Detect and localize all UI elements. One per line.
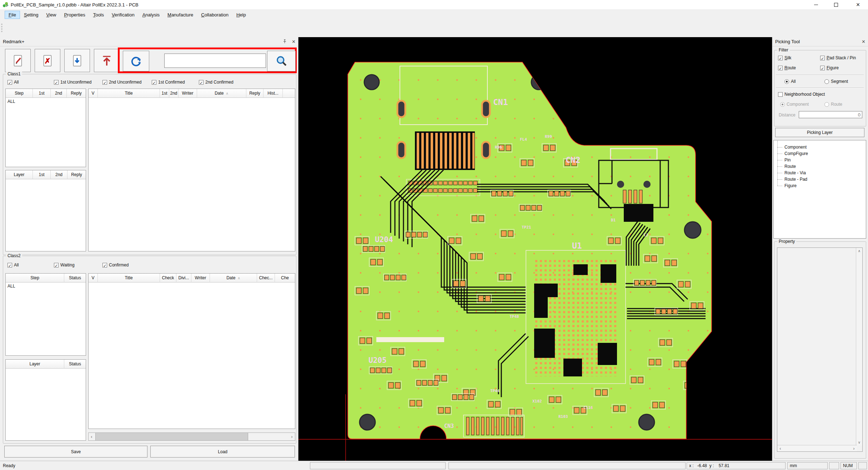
checkbox-icon[interactable] — [102, 263, 107, 268]
checkbox-icon[interactable] — [778, 66, 783, 70]
menu-setting[interactable]: Setting — [20, 11, 42, 19]
filter-silk[interactable]: Silk — [778, 55, 791, 60]
mode-all[interactable]: All — [784, 79, 796, 84]
menu-manufacture[interactable]: Manufacture — [164, 11, 197, 19]
tree-item-pin[interactable]: Pin — [777, 157, 866, 163]
save-button[interactable]: Save — [4, 446, 147, 458]
column-header[interactable]: Che — [275, 274, 295, 282]
class2-filter-waiting[interactable]: Waiting — [54, 262, 75, 268]
delete-redmark-button[interactable] — [35, 49, 60, 72]
column-header[interactable]: 2nd — [51, 170, 67, 179]
tree-item-route-via[interactable]: Route - Via — [777, 170, 866, 176]
column-header[interactable]: Chec... — [257, 274, 275, 282]
column-header[interactable]: Hist... — [264, 89, 283, 98]
tree-item-compfigure[interactable]: CompFigure — [777, 150, 866, 157]
class1-filter-2nd-unconfirmed[interactable]: 2nd Unconfirmed — [102, 80, 141, 85]
tree-item-component[interactable]: Component — [777, 144, 866, 150]
checkbox-icon[interactable] — [199, 80, 204, 85]
checkbox-icon[interactable] — [778, 56, 783, 60]
tree-item-figure[interactable]: Figure — [777, 182, 866, 189]
export-redmark-button[interactable] — [94, 49, 120, 72]
import-redmark-button[interactable] — [64, 49, 90, 72]
menu-view[interactable]: View — [42, 11, 60, 19]
scroll-left-icon[interactable] — [89, 433, 95, 440]
column-header[interactable]: V — [89, 274, 98, 282]
filter-padstack-pin[interactable]: Pad Stack / Pin — [820, 55, 856, 60]
scroll-right-icon[interactable] — [289, 433, 295, 440]
column-header[interactable]: 1st — [33, 89, 51, 98]
column-header[interactable]: V — [89, 89, 98, 98]
search-button[interactable] — [267, 51, 296, 71]
load-button[interactable]: Load — [150, 446, 295, 458]
menu-tools[interactable]: Tools — [90, 11, 107, 19]
horizontal-scrollbar[interactable] — [777, 445, 857, 451]
column-header[interactable]: Reply — [67, 170, 86, 179]
column-header[interactable]: Status — [64, 360, 86, 369]
column-header[interactable]: Reply — [67, 89, 86, 98]
column-header[interactable]: Title — [98, 274, 160, 282]
redmark-search-input[interactable] — [164, 54, 266, 68]
column-header[interactable]: 2nd — [51, 89, 67, 98]
column-header[interactable]: Title — [98, 89, 160, 98]
column-header[interactable]: Status — [64, 274, 86, 282]
filter-route[interactable]: Route — [778, 65, 796, 70]
column-header[interactable]: 1st — [33, 170, 51, 179]
checkbox-icon[interactable] — [820, 56, 825, 60]
column-header[interactable]: Layer — [6, 170, 33, 179]
table-row[interactable]: ALL — [6, 98, 86, 105]
scroll-right-icon[interactable] — [851, 445, 857, 451]
scroll-up-icon[interactable] — [856, 248, 862, 254]
tree-item-route[interactable]: Route — [777, 163, 866, 170]
checkbox-icon[interactable] — [778, 92, 783, 97]
vertical-scrollbar[interactable] — [856, 248, 862, 445]
scrollbar-thumb[interactable] — [95, 433, 248, 440]
checkbox-icon[interactable] — [152, 80, 156, 85]
checkbox-icon[interactable] — [54, 263, 59, 268]
close-panel-icon[interactable]: × — [862, 39, 865, 45]
close-panel-icon[interactable]: × — [292, 39, 295, 45]
column-header[interactable]: 2nd — [169, 89, 179, 98]
checkbox-icon[interactable] — [7, 263, 12, 268]
horizontal-scrollbar[interactable] — [88, 432, 295, 441]
column-header[interactable]: Step — [6, 274, 64, 282]
filter-figure[interactable]: Figure — [820, 65, 839, 70]
column-header[interactable]: Step — [6, 89, 33, 98]
class1-filter-1st-confirmed[interactable]: 1st Confirmed — [152, 80, 185, 85]
scroll-down-icon[interactable] — [856, 439, 862, 445]
table-row[interactable]: ALL — [6, 282, 86, 290]
column-header[interactable]: Reply — [246, 89, 264, 98]
column-header[interactable]: Divi... — [176, 274, 191, 282]
menu-file[interactable]: File — [5, 11, 20, 19]
menu-analysis[interactable]: Analysis — [139, 11, 163, 19]
picking-layer-button[interactable]: Picking Layer — [775, 128, 864, 137]
pin-icon[interactable] — [282, 39, 287, 44]
scroll-left-icon[interactable] — [777, 445, 783, 451]
column-header[interactable]: 1st — [160, 89, 169, 98]
menu-properties[interactable]: Properties — [60, 11, 89, 19]
class1-filter-1st-unconfirmed[interactable]: 1st Unconfirmed — [54, 80, 91, 85]
mode-segment[interactable]: Segment — [824, 79, 848, 84]
maximize-button[interactable] — [828, 0, 844, 9]
ic-u1[interactable] — [526, 250, 626, 384]
class1-filter-2nd-confirmed[interactable]: 2nd Confirmed — [199, 80, 234, 85]
neighborhood-object-checkbox[interactable]: Neighborhood Object — [778, 92, 825, 97]
checkbox-icon[interactable] — [820, 66, 825, 70]
checkbox-icon[interactable] — [54, 80, 59, 85]
checkbox-icon[interactable] — [102, 80, 107, 85]
radio-icon[interactable] — [784, 79, 789, 84]
pcb-canvas[interactable]: CN1 CN2 U1 U204 U205 CN3 R96 FL4 R99 D1 … — [298, 37, 772, 461]
class2-filter-all[interactable]: All — [7, 262, 19, 268]
column-header-date-sorted[interactable]: Date — [197, 89, 246, 98]
menu-help[interactable]: Help — [233, 11, 250, 19]
column-header-date-sorted[interactable]: Date — [210, 274, 257, 282]
checkbox-icon[interactable] — [7, 80, 12, 85]
column-header[interactable]: Writer — [179, 89, 197, 98]
menu-collaboration[interactable]: Collaboration — [197, 11, 232, 19]
minimize-button[interactable] — [808, 0, 824, 9]
menu-verification[interactable]: Verification — [108, 11, 138, 19]
column-header[interactable]: Check — [160, 274, 176, 282]
column-header[interactable]: Writer — [191, 274, 210, 282]
class1-filter-all[interactable]: All — [7, 80, 19, 85]
refresh-search-button[interactable] — [123, 51, 149, 71]
close-button[interactable] — [850, 0, 866, 9]
